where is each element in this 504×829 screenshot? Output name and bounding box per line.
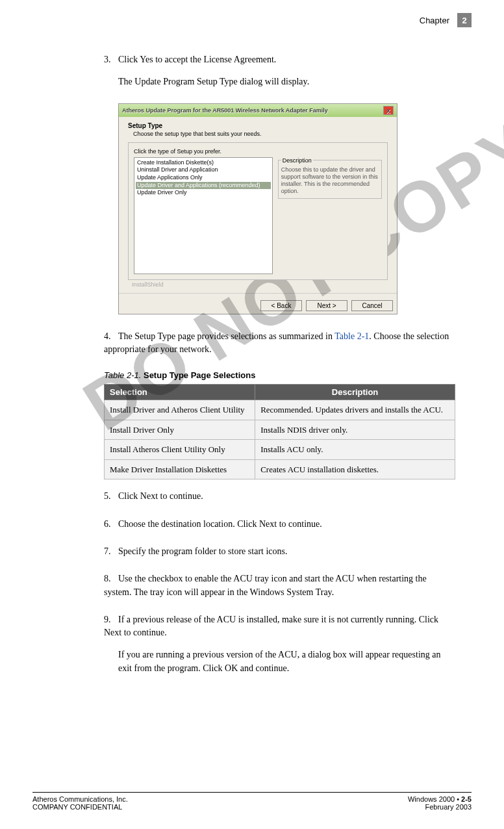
step-text: Use the checkbox to enable the ACU tray … bbox=[104, 574, 427, 596]
step-number: 6. bbox=[104, 518, 118, 531]
footer-right: Windows 2000 • 2-5 February 2003 bbox=[408, 795, 472, 811]
step-6: 6.Choose the destination location. Click… bbox=[104, 518, 455, 531]
steps-list: 3.Click Yes to accept the License Agreem… bbox=[104, 53, 455, 89]
table-caption-prefix: Table 2-1. bbox=[104, 370, 141, 380]
setup-type-subtext: Choose the setup type that best suits yo… bbox=[133, 131, 388, 137]
step-7: 7.Specify the program folder to store st… bbox=[104, 545, 455, 558]
cell-description: Installs ACU only. bbox=[255, 440, 455, 460]
table-row: Install Atheros Client Utility OnlyInsta… bbox=[105, 440, 455, 460]
step-text: Choose the destination location. Click N… bbox=[118, 519, 322, 529]
description-legend: Description bbox=[281, 157, 313, 164]
description-box: Description Choose this to update the dr… bbox=[278, 157, 382, 274]
footer-doc-title: Windows 2000 • 2-5 bbox=[408, 795, 472, 803]
list-item[interactable]: Uninstall Driver and Application bbox=[136, 166, 271, 174]
setup-selections-table: Selection Description Install Driver and… bbox=[104, 384, 455, 479]
table-row: Install Driver and Atheros Client Utilit… bbox=[105, 400, 455, 420]
close-icon[interactable]: X bbox=[383, 106, 394, 115]
steps-list-3: 5.Click Next to continue. 6.Choose the d… bbox=[104, 490, 455, 675]
step-text-a: The Setup Type page provides selections … bbox=[118, 331, 334, 341]
table-caption: Table 2-1. Setup Type Page Selections bbox=[104, 370, 455, 380]
footer-company: Atheros Communications, Inc. bbox=[32, 795, 128, 803]
step-number: 4. bbox=[104, 330, 118, 343]
page-header: Chapter 2 bbox=[32, 13, 472, 27]
dialog-body: Setup Type Choose the setup type that be… bbox=[119, 117, 397, 292]
cancel-button[interactable]: Cancel bbox=[351, 300, 393, 311]
dialog-title: Atheros Update Program for the AR5001 Wi… bbox=[122, 107, 328, 114]
cell-selection: Install Driver and Atheros Client Utilit… bbox=[105, 400, 255, 420]
cell-description: Recommended. Updates drivers and install… bbox=[255, 400, 455, 420]
step-subtext: If you are running a previous version of… bbox=[118, 648, 455, 675]
list-item[interactable]: Update Driver Only bbox=[136, 189, 271, 197]
table-row: Make Driver Installation DiskettesCreate… bbox=[105, 459, 455, 479]
dialog-button-row: < Back Next > Cancel bbox=[119, 293, 397, 314]
col-description: Description bbox=[255, 385, 455, 400]
step-5: 5.Click Next to continue. bbox=[104, 490, 455, 503]
cell-description: Installs NDIS driver only. bbox=[255, 420, 455, 440]
back-button[interactable]: < Back bbox=[260, 300, 302, 311]
table-row: Install Driver OnlyInstalls NDIS driver … bbox=[105, 420, 455, 440]
chapter-number-badge: 2 bbox=[457, 13, 472, 27]
panel-label: Click the type of Setup you prefer. bbox=[134, 148, 382, 155]
steps-list-2: 4.The Setup Type page provides selection… bbox=[104, 330, 455, 357]
footer-confidential: COMPANY CONFIDENTIAL bbox=[32, 803, 128, 811]
step-number: 3. bbox=[104, 53, 118, 66]
step-text: Click Yes to accept the License Agreemen… bbox=[118, 55, 276, 64]
step-number: 7. bbox=[104, 545, 118, 558]
footer-date: February 2003 bbox=[408, 803, 472, 811]
step-3: 3.Click Yes to accept the License Agreem… bbox=[104, 53, 455, 89]
step-text: Click Next to continue. bbox=[118, 491, 203, 501]
step-9: 9.If a previous release of the ACU is in… bbox=[104, 613, 455, 675]
step-number: 8. bbox=[104, 572, 118, 585]
setup-panel: Click the type of Setup you prefer. Crea… bbox=[128, 142, 388, 280]
setup-type-listbox[interactable]: Create Installation Diskette(s) Uninstal… bbox=[134, 157, 273, 274]
next-button[interactable]: Next > bbox=[306, 300, 347, 311]
content-area: 3.Click Yes to accept the License Agreem… bbox=[32, 53, 472, 675]
description-text: Choose this to update the driver and sup… bbox=[281, 166, 379, 196]
table-header-row: Selection Description bbox=[105, 385, 455, 400]
description-fieldset: Description Choose this to update the dr… bbox=[278, 157, 382, 199]
cell-selection: Make Driver Installation Diskettes bbox=[105, 459, 255, 479]
table-reference-link[interactable]: Table 2-1 bbox=[334, 331, 369, 341]
footer-left: Atheros Communications, Inc. COMPANY CON… bbox=[32, 795, 128, 811]
list-item-selected[interactable]: Update Driver and Applications (recommen… bbox=[136, 182, 271, 190]
table-caption-title: Setup Type Page Selections bbox=[144, 370, 255, 380]
step-number: 5. bbox=[104, 490, 118, 503]
page-number: 2-5 bbox=[461, 795, 472, 803]
col-selection: Selection bbox=[105, 385, 255, 400]
step-number: 9. bbox=[104, 613, 118, 626]
step-text: Specify the program folder to store star… bbox=[118, 546, 287, 556]
step-subtext: The Update Program Setup Type dialog wil… bbox=[118, 75, 455, 88]
step-text: If a previous release of the ACU is inst… bbox=[104, 615, 438, 637]
list-item[interactable]: Create Installation Diskette(s) bbox=[136, 159, 271, 167]
page-footer: Atheros Communications, Inc. COMPANY CON… bbox=[32, 792, 472, 811]
cell-selection: Install Driver Only bbox=[105, 420, 255, 440]
step-8: 8.Use the checkbox to enable the ACU tra… bbox=[104, 572, 455, 599]
list-item[interactable]: Update Applications Only bbox=[136, 174, 271, 182]
dialog-titlebar: Atheros Update Program for the AR5001 Wi… bbox=[119, 104, 397, 117]
setup-dialog: Atheros Update Program for the AR5001 Wi… bbox=[118, 103, 397, 314]
installshield-label: InstallShield bbox=[128, 280, 388, 288]
chapter-label: Chapter bbox=[420, 16, 449, 25]
step-4: 4.The Setup Type page provides selection… bbox=[104, 330, 455, 357]
setup-type-heading: Setup Type bbox=[128, 122, 388, 129]
cell-selection: Install Atheros Client Utility Only bbox=[105, 440, 255, 460]
cell-description: Creates ACU installation diskettes. bbox=[255, 459, 455, 479]
